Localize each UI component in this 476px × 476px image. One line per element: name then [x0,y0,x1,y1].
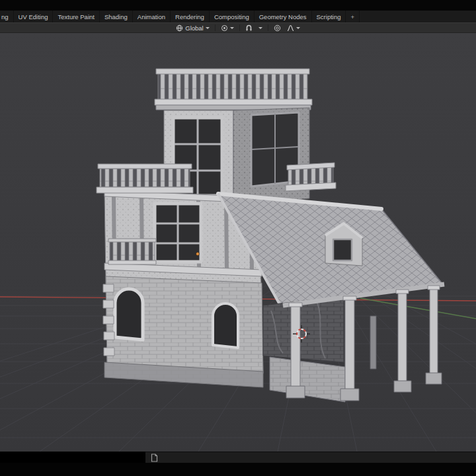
pillar-plinth [286,386,305,398]
y-axis-line [360,298,476,319]
status-bar [0,463,476,476]
tab-uv-editing[interactable]: UV Editing [14,11,54,22]
bottom-left-gap [0,452,145,463]
3d-viewport[interactable] [0,33,476,452]
add-workspace-button[interactable]: + [346,11,360,22]
proportional-editing-icon [274,24,281,32]
tab-animation[interactable]: Animation [133,11,171,22]
chevron-down-icon [206,27,210,29]
tab-rendering[interactable]: Rendering [171,11,210,22]
chevron-down-icon [258,27,262,29]
pillar-plinth [394,381,411,392]
tab-partial[interactable]: ng [0,11,14,22]
snap-settings-dropdown[interactable] [256,23,265,32]
orientation-globe-icon [176,24,183,32]
arched-door [115,289,143,340]
tab-scripting[interactable]: Scripting [312,11,346,22]
pillar-plinth [340,389,359,401]
pivot-point-dropdown[interactable] [218,23,237,32]
arched-window [213,303,238,348]
tower-balustrade [155,69,312,110]
separator [239,24,240,31]
porch-pillar [398,291,407,390]
right-balcony-balustrade [286,163,336,191]
lower-editor-strip [0,452,476,463]
editor-type-document-icon[interactable] [151,454,158,462]
porch-stone-half-wall [270,357,345,402]
blender-window: ng UV Editing Texture Paint Shading Anim… [0,0,476,476]
window-top-strip [0,0,476,11]
transform-orientation-dropdown[interactable]: Global [173,23,212,32]
tab-texture-paint[interactable]: Texture Paint [53,11,99,22]
porch-pillar [345,298,354,398]
separator [215,24,216,31]
tab-compositing[interactable]: Compositing [210,11,255,22]
chevron-down-icon [230,27,234,29]
pivot-point-icon [221,24,228,32]
pillar-plinth [426,373,442,384]
left-parapet-balustrade [97,164,193,193]
tab-geometry-nodes[interactable]: Geometry Nodes [255,11,312,22]
workspace-tabbar: ng UV Editing Texture Paint Shading Anim… [0,11,476,22]
porch-rear-post [370,316,376,369]
falloff-curve-icon [287,24,294,32]
porch-pillar [291,304,300,395]
transform-tools-cluster: Global [173,23,302,32]
magnet-snap-icon [245,24,253,32]
snap-toggle[interactable] [243,23,255,32]
wall-railing [110,241,155,261]
orientation-label: Global [185,24,203,32]
proportional-editing-toggle[interactable] [271,23,284,32]
proportional-falloff-dropdown[interactable] [284,23,303,32]
tab-shading[interactable]: Shading [100,11,133,22]
separator [268,24,268,31]
viewport-header: Global [0,22,476,33]
porch-pillar [430,287,438,382]
house-model[interactable] [97,69,444,402]
object-origin-dot [196,253,200,256]
timeline-editor-header[interactable] [145,452,476,463]
chevron-down-icon [296,27,300,29]
